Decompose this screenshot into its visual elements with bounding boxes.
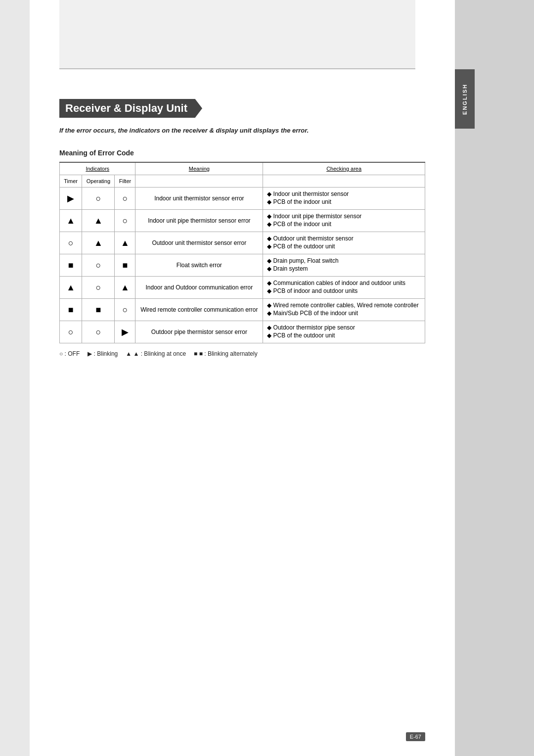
meaning-sub-header (135, 175, 263, 188)
checking-cell: ◆ Wired remote controller cables, Wired … (263, 299, 425, 321)
filter-cell: ▲ (115, 277, 135, 299)
operating-cell: ▲ (82, 210, 115, 232)
timer-cell: ▲ (60, 210, 82, 232)
subtitle-text: If the error occurs, the indicators on t… (59, 127, 425, 134)
legend-row: ○ : OFF ▶ : Blinking ▲ ▲ : Blinking at o… (59, 350, 425, 357)
legend-blinking: ▶ : Blinking (88, 350, 118, 357)
meaning-cell: Outdoor unit thermistor sensor error (135, 232, 263, 254)
filter-cell: ○ (115, 188, 135, 210)
page-number: E-67 (406, 732, 425, 741)
operating-cell: ○ (82, 277, 115, 299)
timer-cell: ■ (60, 254, 82, 277)
timer-cell: ○ (60, 232, 82, 254)
table-row: ○▲▲Outdoor unit thermistor sensor error◆… (60, 232, 425, 254)
operating-cell: ▲ (82, 232, 115, 254)
checking-header: Checking area (263, 162, 425, 175)
error-code-table: Indicators Meaning Checking area Timer O… (59, 162, 425, 343)
section-title: Receiver & Display Unit (59, 99, 202, 118)
meaning-cell: Indoor unit pipe thermistor sensor error (135, 210, 263, 232)
language-label: ENGLISH (462, 84, 468, 115)
meaning-cell: Indoor unit thermistor sensor error (135, 188, 263, 210)
meaning-header: Meaning (135, 162, 263, 175)
operating-cell: ○ (82, 321, 115, 343)
legend-triangle-both: ▲ ▲ : Blinking at once (126, 350, 186, 357)
table-row: ▶○○Indoor unit thermistor sensor error◆ … (60, 188, 425, 210)
checking-cell: ◆ Drain pump, Float switch◆ Drain system (263, 254, 425, 277)
checking-cell: ◆ Outdoor unit thermistor sensor◆ PCB of… (263, 232, 425, 254)
timer-sub-header: Timer (60, 175, 82, 188)
operating-sub-header: Operating (82, 175, 115, 188)
timer-cell: ○ (60, 321, 82, 343)
legend-square-both: ■ ■ : Blinking alternately (194, 350, 258, 357)
language-tab: ENGLISH (455, 69, 475, 129)
table-row: ○○▶Outdoor pipe thermistor sensor error◆… (60, 321, 425, 343)
top-decorative-bar (59, 0, 415, 69)
table-row: ■■○Wired remote controller communication… (60, 299, 425, 321)
table-row: ■○■Float switch error◆ Drain pump, Float… (60, 254, 425, 277)
timer-cell: ▶ (60, 188, 82, 210)
meaning-of-error-code-title: Meaning of Error Code (59, 149, 425, 157)
operating-cell: ○ (82, 254, 115, 277)
timer-cell: ■ (60, 299, 82, 321)
filter-sub-header: Filter (115, 175, 135, 188)
checking-cell: ◆ Communication cables of indoor and out… (263, 277, 425, 299)
legend-circle: ○ : OFF (59, 350, 80, 357)
filter-cell: ▲ (115, 232, 135, 254)
meaning-cell: Float switch error (135, 254, 263, 277)
filter-cell: ○ (115, 299, 135, 321)
filter-cell: ■ (115, 254, 135, 277)
main-content: Receiver & Display Unit If the error occ… (59, 99, 425, 357)
operating-cell: ■ (82, 299, 115, 321)
filter-cell: ○ (115, 210, 135, 232)
filter-cell: ▶ (115, 321, 135, 343)
checking-sub-header (263, 175, 425, 188)
meaning-cell: Wired remote controller communication er… (135, 299, 263, 321)
meaning-cell: Outdoor pipe thermistor sensor error (135, 321, 263, 343)
checking-cell: ◆ Indoor unit thermistor sensor◆ PCB of … (263, 188, 425, 210)
checking-cell: ◆ Indoor unit pipe thermistor sensor◆ PC… (263, 210, 425, 232)
table-row: ▲▲○Indoor unit pipe thermistor sensor er… (60, 210, 425, 232)
meaning-cell: Indoor and Outdoor communication error (135, 277, 263, 299)
table-row: ▲○▲Indoor and Outdoor communication erro… (60, 277, 425, 299)
indicators-header: Indicators (60, 162, 135, 175)
timer-cell: ▲ (60, 277, 82, 299)
operating-cell: ○ (82, 188, 115, 210)
main-page: ENGLISH Receiver & Display Unit If the e… (30, 0, 455, 756)
checking-cell: ◆ Outdoor thermistor pipe sensor◆ PCB of… (263, 321, 425, 343)
